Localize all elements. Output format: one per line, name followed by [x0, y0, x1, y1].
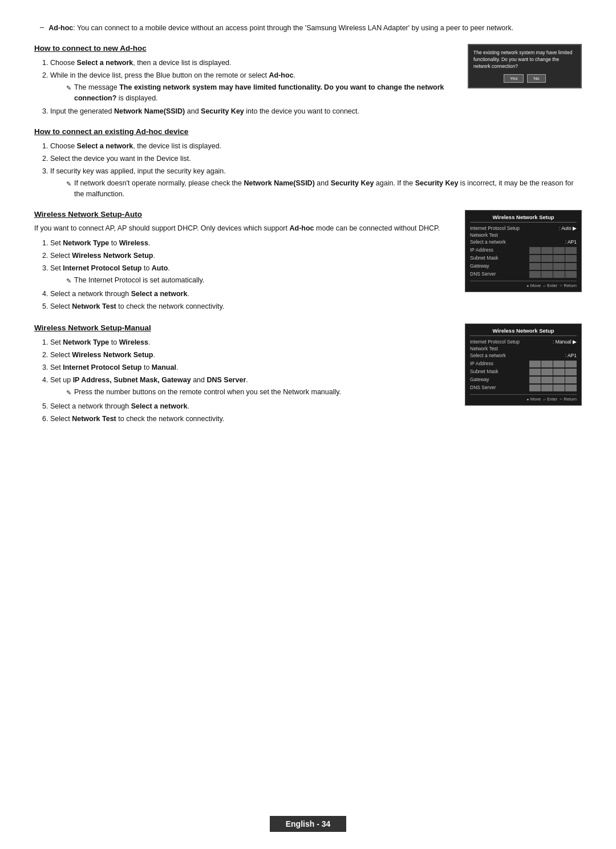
- ui-value: : AP1: [565, 239, 577, 245]
- note-icon: ✎: [66, 388, 71, 398]
- ip-boxes-manual: [529, 361, 577, 367]
- ip-box: [553, 369, 565, 375]
- ip-boxes: [529, 247, 577, 254]
- ip-box: [529, 361, 541, 367]
- ui-row-dns: DNS Server: [470, 271, 577, 278]
- ip-box: [541, 385, 553, 391]
- list-item: Set Internet Protocol Setup to Auto. ✎ T…: [50, 262, 459, 286]
- gateway-boxes: [529, 263, 577, 270]
- ip-box: [565, 369, 577, 375]
- ip-box: [553, 263, 565, 270]
- ip-section-manual: IP Address Subnet Mask: [470, 361, 577, 391]
- note-row: ✎ The message The existing network syste…: [66, 82, 459, 104]
- page-content: – Ad-hoc: You can connect to a mobile de…: [34, 23, 582, 424]
- list-item: Select a network through Select a networ…: [50, 401, 459, 412]
- ui-row-ip: IP Address: [470, 247, 577, 254]
- ip-box: [553, 247, 565, 254]
- ip-box: [553, 271, 565, 278]
- adhoc-new-content: How to connect to new Ad-hoc Choose Sele…: [34, 44, 459, 118]
- wireless-auto-steps: Set Network Type to Wireless. Select Wir…: [50, 237, 459, 313]
- dns-boxes: [529, 271, 577, 278]
- ip-box: [529, 271, 541, 278]
- ui-label: Network Test: [470, 346, 498, 351]
- list-item: Choose Select a network, then a device l…: [50, 57, 459, 68]
- note-icon: ✎: [66, 276, 71, 286]
- adhoc-new-heading: How to connect to new Ad-hoc: [34, 44, 459, 52]
- ui-footer-manual: ⬥ Move ↵ Enter ↩ Return: [470, 394, 577, 402]
- adhoc-dialog-screenshot: The existing network system may have lim…: [468, 44, 582, 89]
- ui-label: IP Address: [470, 247, 493, 254]
- section-wireless-auto: Wireless Network Setup Internet Protocol…: [34, 210, 582, 312]
- dialog-box: The existing network system may have lim…: [468, 44, 582, 89]
- ui-label: DNS Server: [470, 385, 496, 391]
- ui-row-protocol: Internet Protocol Setup : Auto ▶: [470, 225, 577, 231]
- list-item: Select Wireless Network Setup.: [50, 250, 459, 261]
- ui-row-nettest: Network Test: [470, 232, 577, 238]
- subnet-boxes: [529, 255, 577, 262]
- ip-box: [541, 369, 553, 375]
- ui-row-gateway: Gateway: [470, 263, 577, 270]
- ui-row-gateway-manual: Gateway: [470, 377, 577, 383]
- wireless-manual-heading: Wireless Network Setup-Manual: [34, 324, 459, 332]
- wireless-auto-intro: If you want to connect AP, AP should sup…: [34, 223, 459, 234]
- ui-label: Subnet Mask: [470, 369, 499, 375]
- ip-box: [541, 255, 553, 262]
- note-row: ✎ If network doesn't operate normally, p…: [66, 178, 582, 200]
- dialog-yes-button[interactable]: Yes: [504, 74, 524, 83]
- list-item: Select Network Test to check the network…: [50, 413, 459, 424]
- note-text: The Internet Protocol is set automatical…: [74, 275, 204, 286]
- ip-box: [565, 377, 577, 383]
- wireless-manual-steps: Set Network Type to Wireless. Select Wir…: [50, 337, 459, 424]
- ui-row-protocol-manual: Internet Protocol Setup : Manual ▶: [470, 339, 577, 345]
- ui-row-ip-manual: IP Address: [470, 361, 577, 367]
- ip-box: [565, 385, 577, 391]
- list-item: Select the device you want in the Device…: [50, 153, 582, 164]
- wireless-manual-content: Wireless Network Setup-Manual Set Networ…: [34, 324, 459, 424]
- note-icon: ✎: [66, 83, 71, 94]
- list-item: Select Wireless Network Setup.: [50, 349, 459, 361]
- ui-label: Select a network: [470, 353, 506, 358]
- list-item: Set up IP Address, Subnet Mask, Gateway …: [50, 374, 459, 398]
- list-item: Input the generated Network Name(SSID) a…: [50, 106, 459, 117]
- list-item: Set Network Type to Wireless.: [50, 237, 459, 249]
- auto-ui-title: Wireless Network Setup: [470, 214, 577, 223]
- list-item: Set Network Type to Wireless.: [50, 337, 459, 348]
- list-item: Select Network Test to check the network…: [50, 301, 459, 312]
- gateway-boxes-manual: [529, 377, 577, 383]
- note-row: ✎ Press the number buttons on the remote…: [66, 387, 459, 398]
- intro-bullet: – Ad-hoc: You can connect to a mobile de…: [34, 23, 582, 34]
- dialog-no-button[interactable]: No: [527, 74, 545, 83]
- ip-box: [553, 377, 565, 383]
- note-icon: ✎: [66, 179, 71, 189]
- wireless-auto-heading: Wireless Network Setup-Auto: [34, 210, 459, 219]
- dialog-text: The existing network system may have lim…: [473, 50, 576, 70]
- adhoc-new-steps: Choose Select a network, then a device l…: [50, 57, 459, 118]
- section-adhoc-existing: How to connect an existing Ad-hoc device…: [34, 127, 582, 200]
- ui-label: Subnet Mask: [470, 255, 499, 262]
- manual-ui-box: Wireless Network Setup Internet Protocol…: [465, 324, 582, 406]
- section-adhoc-new: The existing network system may have lim…: [34, 44, 582, 118]
- auto-screen-screenshot: Wireless Network Setup Internet Protocol…: [465, 210, 582, 292]
- ui-label: Network Test: [470, 232, 498, 238]
- ui-value: : Auto ▶: [559, 225, 577, 231]
- ui-row-subnet: Subnet Mask: [470, 255, 577, 262]
- note-text: If network doesn't operate normally, ple…: [74, 178, 582, 200]
- list-item: While in the device list, press the Blue…: [50, 70, 459, 104]
- ip-box: [541, 247, 553, 254]
- ip-box: [529, 369, 541, 375]
- ui-row-subnet-manual: Subnet Mask: [470, 369, 577, 375]
- footer-badge: English - 34: [270, 816, 347, 832]
- list-item: Choose Select a network, the device list…: [50, 140, 582, 152]
- list-item: If security key was applied, input the s…: [50, 165, 582, 200]
- note-text: The message The existing network system …: [74, 82, 459, 104]
- ip-box: [541, 377, 553, 383]
- ip-box: [565, 255, 577, 262]
- adhoc-existing-heading: How to connect an existing Ad-hoc device: [34, 127, 582, 136]
- ip-box: [565, 271, 577, 278]
- ip-box: [541, 361, 553, 367]
- note-row: ✎ The Internet Protocol is set automatic…: [66, 275, 459, 286]
- ip-box: [529, 377, 541, 383]
- ip-box: [553, 361, 565, 367]
- ui-label: Select a network: [470, 239, 506, 245]
- ip-box: [529, 255, 541, 262]
